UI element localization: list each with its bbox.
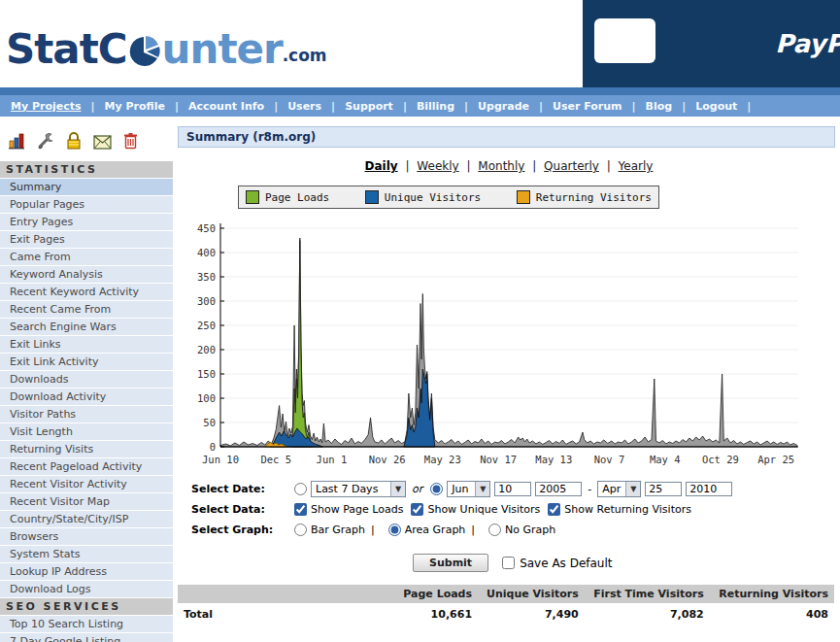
data-option-checkbox[interactable] <box>294 503 307 516</box>
period-tab[interactable]: Daily | <box>365 159 418 173</box>
period-tab-label[interactable]: Monthly <box>478 159 524 173</box>
sidebar-statistics-items: Summary Popular Pages Entry Pages Exit P… <box>0 179 173 598</box>
from-year-input[interactable] <box>535 482 582 496</box>
sidebar-item[interactable]: Browsers <box>0 528 173 546</box>
graph-option: Area Graph | <box>386 524 481 536</box>
nav-item-label[interactable]: My Profile <box>100 100 170 113</box>
graph-option-radio[interactable] <box>488 524 501 536</box>
sidebar-item[interactable]: System Stats <box>0 546 173 563</box>
svg-text:450: 450 <box>197 222 216 234</box>
preset-date-radio[interactable] <box>294 483 307 495</box>
totals-header-unique-visitors: Unique Visitors <box>478 585 585 603</box>
period-tab-label[interactable]: Daily <box>365 159 398 173</box>
period-tab-label[interactable]: Weekly <box>417 159 458 173</box>
nav-item[interactable]: Logout | <box>690 100 756 113</box>
period-tab-label[interactable]: Quarterly <box>544 159 599 173</box>
dropdown-arrow-icon[interactable]: ▼ <box>625 482 640 496</box>
sidebar-item[interactable]: Search Engine Wars <box>0 319 173 336</box>
to-month-select[interactable]: Apr ▼ <box>597 481 641 497</box>
project-email-icon[interactable] <box>93 135 112 150</box>
project-settings-icon[interactable] <box>37 132 54 150</box>
sidebar-item[interactable]: 7 Day Google Listing <box>0 633 173 642</box>
totals-header-page-loads: Page Loads <box>395 585 478 603</box>
save-as-default-checkbox[interactable] <box>502 557 515 569</box>
legend-item: Page Loads <box>246 190 329 204</box>
nav-item[interactable]: User Forum | <box>548 100 641 113</box>
dropdown-arrow-icon[interactable]: ▼ <box>390 482 405 496</box>
nav-item-label[interactable]: User Forum <box>548 100 627 113</box>
nav-item[interactable]: Blog | <box>641 100 691 113</box>
nav-item-label[interactable]: My Projects <box>6 100 86 113</box>
sidebar-item[interactable]: Recent Came From <box>0 301 173 319</box>
nav-item[interactable]: My Profile | <box>100 100 184 113</box>
nav-item[interactable]: My Projects | <box>6 100 100 113</box>
data-option-checkbox[interactable] <box>548 503 560 516</box>
sidebar-item[interactable]: Exit Links <box>0 336 173 354</box>
sidebar-item[interactable]: Visitor Paths <box>0 406 173 423</box>
sidebar-item[interactable]: Returning Visits <box>0 441 173 458</box>
sidebar-item[interactable]: Came From <box>0 249 173 266</box>
nav-item[interactable]: Support | <box>340 100 412 113</box>
data-option-checkbox[interactable] <box>411 503 423 516</box>
sidebar-item[interactable]: Exit Pages <box>0 231 173 249</box>
to-year-input[interactable] <box>686 482 732 496</box>
sidebar-item[interactable]: Country/State/City/ISP <box>0 511 173 528</box>
project-delete-icon[interactable] <box>123 132 138 150</box>
nav-item[interactable]: Account Info | <box>184 100 283 113</box>
nav-item[interactable]: Billing | <box>412 100 473 113</box>
sidebar-item[interactable]: Lookup IP Address <box>0 563 173 581</box>
chart-area: 050100150200250300350400450Jun 10Dec 5Ju… <box>191 219 840 473</box>
sidebar-item[interactable]: Visit Length <box>0 423 173 441</box>
select-date-label: Select Date: <box>191 483 292 495</box>
select-graph-label: Select Graph: <box>191 524 292 536</box>
graph-option-radio[interactable] <box>294 524 307 536</box>
nav-item-label[interactable]: Upgrade <box>473 100 534 113</box>
sidebar-item[interactable]: Summary <box>0 179 173 196</box>
nav-item-label[interactable]: Support <box>340 100 398 113</box>
custom-range-radio[interactable] <box>430 483 443 495</box>
nav-item[interactable]: Upgrade | <box>473 100 548 113</box>
from-day-input[interactable] <box>494 482 531 496</box>
sidebar-item[interactable]: Recent Visitor Map <box>0 493 173 511</box>
project-lock-icon[interactable] <box>66 132 82 150</box>
sidebar-item[interactable]: Recent Pageload Activity <box>0 458 173 476</box>
sidebar-item[interactable]: Top 10 Search Listing <box>0 616 173 633</box>
sidebar-item[interactable]: Exit Link Activity <box>0 354 173 371</box>
sidebar-item[interactable]: Entry Pages <box>0 214 173 231</box>
project-stats-icon[interactable] <box>8 132 25 150</box>
main-nav: My Projects | My Profile | Account Info … <box>0 94 840 117</box>
nav-item[interactable]: Users | <box>283 100 340 113</box>
statcounter-page: StatC unter .com PayPal My Projects | My… <box>0 0 840 642</box>
sidebar-item[interactable]: Recent Visitor Activity <box>0 476 173 493</box>
nav-item-label[interactable]: Account Info <box>184 100 269 113</box>
period-tab[interactable]: Yearly | <box>619 159 654 173</box>
submit-button[interactable]: Submit <box>413 554 488 572</box>
nav-item-label[interactable]: Users <box>283 100 326 113</box>
period-tab[interactable]: Monthly | <box>478 159 544 173</box>
sidebar-item[interactable]: Download Activity <box>0 389 173 406</box>
svg-text:Nov 7: Nov 7 <box>594 454 625 465</box>
sidebar: STATISTICS Summary Popular Pages Entry P… <box>0 117 173 642</box>
totals-row: Total 10,661 7,490 7,082 408 <box>178 603 834 625</box>
nav-item-label[interactable]: Logout <box>690 100 742 113</box>
legend-swatch <box>365 190 379 204</box>
date-dash: - <box>588 483 591 495</box>
sidebar-item[interactable]: Keyword Analysis <box>0 266 173 284</box>
paypal-ad-banner[interactable]: PayPal <box>583 0 840 94</box>
from-month-select[interactable]: Jun ▼ <box>447 481 490 497</box>
period-tab[interactable]: Quarterly | <box>544 159 619 173</box>
sidebar-item[interactable]: Popular Pages <box>0 196 173 214</box>
statcounter-logo[interactable]: StatC unter .com <box>6 25 327 73</box>
nav-item-label[interactable]: Blog <box>641 100 678 113</box>
preset-date-select[interactable]: Last 7 Days ▼ <box>311 481 406 497</box>
sidebar-item[interactable]: Recent Keyword Activity <box>0 284 173 301</box>
graph-option-radio[interactable] <box>388 524 401 536</box>
nav-item-label[interactable]: Billing <box>412 100 459 113</box>
sidebar-item[interactable]: Downloads <box>0 371 173 389</box>
period-tab-label[interactable]: Yearly <box>619 159 654 173</box>
to-day-input[interactable] <box>645 482 682 496</box>
sidebar-item[interactable]: Download Logs <box>0 581 173 598</box>
dropdown-arrow-icon[interactable]: ▼ <box>475 482 489 496</box>
period-tab[interactable]: Weekly | <box>417 159 478 173</box>
data-options: Show Page Loads Show Unique Visitors Sho… <box>292 503 697 516</box>
